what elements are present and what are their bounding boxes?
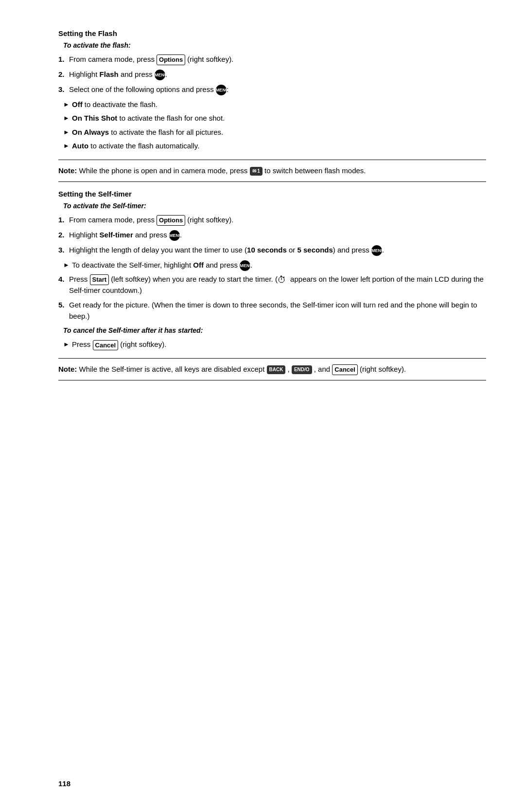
end-key-icon: END/O: [292, 365, 312, 374]
back-key-icon: BACK: [267, 365, 286, 374]
flash-bullet-on-always: ► On Always to activate the flash for al…: [63, 127, 486, 138]
flash-bullet-off-content: Off to deactivate the flash.: [72, 99, 486, 110]
flash-step-1-num: 1.: [58, 54, 69, 65]
flash-section-title: Setting the Flash: [58, 29, 486, 37]
timer-step-2-num: 2.: [58, 230, 69, 241]
timer-step-2-content: Highlight Self-timer and press MENUOK.: [69, 230, 486, 241]
bullet-arrow-4: ►: [63, 141, 72, 152]
flash-note-box: Note: While the phone is open and in cam…: [58, 160, 486, 182]
menu-ok-icon-timer-3: MENUOK: [371, 245, 382, 256]
timer-step-4-num: 4.: [58, 274, 69, 296]
timer-step-1: 1. From camera mode, press Options (righ…: [58, 215, 486, 226]
flash-step-2: 2. Highlight Flash and press MENUOK.: [58, 69, 486, 80]
cancel-bullet-content: Press Cancel (right softkey).: [72, 339, 486, 350]
flash-step-2-num: 2.: [58, 69, 69, 80]
flash-step-2-content: Highlight Flash and press MENUOK.: [69, 69, 486, 80]
timer-step-3: 3. Highlight the length of delay you wan…: [58, 245, 486, 256]
self-timer-activate-subtitle: To activate the Self-timer:: [63, 202, 486, 210]
start-button: Start: [90, 274, 109, 285]
timer-step-1-num: 1.: [58, 215, 69, 226]
flash-step-3-num: 3.: [58, 84, 69, 95]
cancel-button-note: Cancel: [332, 364, 358, 376]
flash-activate-subtitle: To activate the flash:: [63, 41, 486, 49]
options-button-flash: Options: [157, 54, 185, 65]
timer-step-3-num: 3.: [58, 245, 69, 256]
timer-step-1-content: From camera mode, press Options (right s…: [69, 215, 486, 226]
menu-ok-icon-timer-2: MENUOK: [169, 230, 180, 241]
timer-step-4: 4. Press Start (left softkey) when you a…: [58, 274, 486, 296]
timer-countdown-icon: ⏱: [278, 274, 288, 285]
timer-note-label: Note:: [58, 365, 77, 373]
bullet-arrow-deactivate: ►: [63, 260, 72, 271]
menu-ok-icon-flash-2: MENUOK: [155, 70, 165, 80]
timer-step-5-num: 5.: [58, 300, 69, 322]
timer-step-2: 2. Highlight Self-timer and press MENUOK…: [58, 230, 486, 241]
timer-note-and: , and: [314, 365, 332, 373]
flash-step-3: 3. Select one of the following options a…: [58, 84, 486, 95]
timer-note-text: While the Self-timer is active, all keys…: [79, 365, 267, 373]
bullet-arrow-1: ►: [63, 99, 72, 110]
flash-step-1-content: From camera mode, press Options (right s…: [69, 54, 486, 65]
self-timer-section-title: Setting the Self-timer: [58, 190, 486, 198]
flash-bullet-auto-content: Auto to activate the flash automatically…: [72, 141, 486, 152]
timer-note-text-after: (right softkey).: [360, 365, 406, 373]
bullet-arrow-2: ►: [63, 113, 72, 124]
timer-step-3-content: Highlight the length of delay you want t…: [69, 245, 486, 256]
bullet-arrow-3: ►: [63, 127, 72, 138]
flash-step-3-content: Select one of the following options and …: [69, 84, 486, 95]
cancel-bullet: ► Press Cancel (right softkey).: [63, 339, 486, 350]
self-timer-note-box: Note: While the Self-timer is active, al…: [58, 358, 486, 380]
cancel-button: Cancel: [93, 340, 119, 351]
page-number: 118: [58, 779, 70, 788]
flash-section: Setting the Flash To activate the flash:…: [58, 29, 486, 152]
flash-bullet-auto: ► Auto to activate the flash automatical…: [63, 141, 486, 152]
options-button-timer: Options: [157, 215, 185, 226]
menu-ok-icon-timer-bullet: MENUOK: [240, 260, 250, 271]
flash-bullet-on-always-content: On Always to activate the flash for all …: [72, 127, 486, 138]
flash-mode-key-icon: ✉ 1: [250, 167, 262, 176]
flash-note-text-after: to switch between flash modes.: [264, 166, 366, 175]
cancel-subtitle: To cancel the Self-timer after it has st…: [63, 326, 486, 334]
bullet-arrow-cancel: ►: [63, 339, 72, 350]
timer-step-5-content: Get ready for the picture. (When the tim…: [69, 300, 486, 322]
timer-note-comma1: ,: [288, 365, 292, 373]
flash-bullet-on-this-shot-content: On This Shot to activate the flash for o…: [72, 113, 486, 124]
flash-bullet-on-this-shot: ► On This Shot to activate the flash for…: [63, 113, 486, 124]
flash-note-label: Note:: [58, 166, 77, 175]
self-timer-section: Setting the Self-timer To activate the S…: [58, 190, 486, 350]
timer-bullet-deactivate: ► To deactivate the Self-timer, highligh…: [63, 260, 486, 271]
flash-bullet-off: ► Off to deactivate the flash.: [63, 99, 486, 110]
timer-step-5: 5. Get ready for the picture. (When the …: [58, 300, 486, 322]
menu-ok-icon-flash-3: MENUOK: [216, 85, 227, 95]
flash-note-text: While the phone is open and in camera mo…: [79, 166, 250, 175]
flash-step-1: 1. From camera mode, press Options (righ…: [58, 54, 486, 65]
timer-step-4-content: Press Start (left softkey) when you are …: [69, 274, 486, 296]
timer-bullet-deactivate-content: To deactivate the Self-timer, highlight …: [72, 260, 486, 271]
